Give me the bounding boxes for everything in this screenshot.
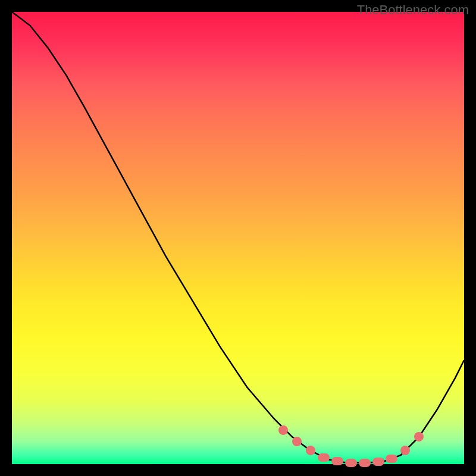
chart-marker [400,446,410,455]
chart-plot-area [12,12,464,464]
chart-marker [414,432,424,441]
chart-marker [278,425,288,435]
attribution-text: TheBottleneck.com [357,2,469,18]
chart-marker [386,455,397,463]
chart-marker [292,437,302,446]
chart-marker [345,459,357,467]
chart-marker [331,457,343,465]
chart-marker [318,453,330,462]
chart-marker [306,446,315,455]
chart-marker [359,459,371,467]
chart-marker [372,458,384,466]
chart-curve [12,12,464,464]
